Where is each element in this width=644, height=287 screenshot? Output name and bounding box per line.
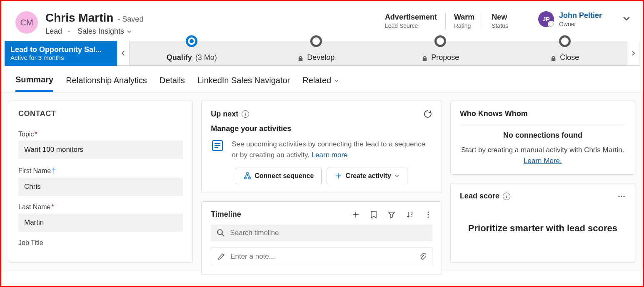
header-expand[interactable]	[609, 11, 631, 23]
tabs: Summary Relationship Analytics Details L…	[1, 66, 643, 92]
first-name-label: First Name†	[18, 166, 183, 175]
owner-block[interactable]: JP John Peltier Owner	[524, 11, 602, 27]
meta-rating[interactable]: Warm Rating	[445, 13, 483, 29]
chevron-down-icon	[127, 29, 132, 34]
bpf-prev-button[interactable]	[117, 41, 130, 66]
lock-icon: 🔒︎	[550, 55, 557, 62]
form-name: Sales Insights	[77, 27, 124, 36]
plus-icon	[334, 172, 342, 180]
learn-more-link[interactable]: Learn more	[312, 151, 348, 159]
svg-rect-5	[245, 177, 246, 179]
lock-icon: 🔒︎	[297, 55, 304, 62]
bookmark-button[interactable]	[370, 210, 377, 219]
add-button[interactable]	[352, 210, 360, 219]
business-process-flow: Lead to Opportunity Sal... Active for 3 …	[5, 41, 639, 66]
info-icon[interactable]: i	[503, 193, 510, 200]
meta-status[interactable]: New Status	[483, 13, 517, 29]
more-button[interactable]	[424, 210, 432, 219]
owner-label: Owner	[559, 21, 602, 27]
stage-propose[interactable]: 🔒︎ Propose	[378, 41, 503, 65]
note-input[interactable]	[230, 252, 414, 261]
svg-point-9	[427, 216, 429, 218]
hierarchy-icon	[244, 172, 251, 180]
bpf-info[interactable]: Lead to Opportunity Sal... Active for 3 …	[5, 41, 117, 66]
stage-develop[interactable]: 🔒︎ Develop	[254, 41, 379, 65]
plus-icon	[352, 210, 360, 219]
entity-type: Lead	[45, 27, 62, 36]
note-input-row[interactable]	[211, 247, 432, 266]
leadscore-title: Lead score i	[460, 192, 510, 200]
info-icon[interactable]: i	[242, 110, 249, 118]
more-vertical-icon	[424, 210, 432, 219]
search-icon	[217, 229, 225, 237]
more-button[interactable]	[617, 192, 626, 200]
wkw-header: Who Knows Whom	[460, 109, 626, 118]
field-last-name: Last Name*	[18, 203, 183, 232]
wkw-learn-more-link[interactable]: Learn More.	[524, 157, 562, 165]
timeline-search-input[interactable]	[230, 229, 427, 237]
tab-related[interactable]: Related	[302, 75, 339, 92]
tab-linkedin[interactable]: LinkedIn Sales Navigator	[197, 75, 290, 92]
contact-section-title: CONTACT	[18, 109, 183, 118]
field-first-name: First Name†	[18, 166, 183, 196]
wkw-text: Start by creating a manual activity with…	[460, 145, 626, 166]
stage-circle	[434, 35, 446, 47]
stage-circle	[310, 35, 322, 47]
last-name-label: Last Name*	[18, 203, 183, 211]
tab-relationship-analytics[interactable]: Relationship Analytics	[66, 75, 147, 92]
chevron-right-icon	[630, 50, 636, 56]
chevron-down-icon	[622, 14, 631, 23]
more-horizontal-icon	[617, 192, 626, 200]
refresh-icon	[423, 109, 432, 119]
leadscore-card: Lead score i Prioritize smarter with lea…	[450, 183, 635, 263]
lock-icon: 🔒︎	[422, 55, 428, 62]
form-selector[interactable]: Sales Insights	[68, 27, 132, 36]
first-name-input[interactable]	[18, 178, 183, 196]
create-activity-button[interactable]: Create activity	[327, 168, 407, 184]
field-topic: Topic*	[18, 131, 183, 159]
stage-circle-active	[186, 35, 197, 47]
topic-label: Topic*	[18, 131, 183, 138]
filter-button[interactable]	[387, 210, 396, 219]
lead-avatar[interactable]: CM	[15, 11, 38, 34]
contact-card: CONTACT Topic* First Name† Last Name* Jo…	[9, 101, 193, 263]
bpf-stages: Qualify (3 Mo) 🔒︎ Develop 🔒︎ Propose 🔒︎ …	[130, 41, 627, 66]
sequence-icon	[211, 139, 224, 152]
upnext-title: Up next i	[211, 110, 249, 119]
last-name-input[interactable]	[18, 213, 183, 232]
svg-rect-6	[249, 177, 250, 179]
refresh-button[interactable]	[423, 109, 432, 119]
svg-point-14	[623, 195, 624, 197]
timeline-search[interactable]	[211, 225, 432, 241]
title-block: Chris Martin - Saved Lead Sales Insights	[45, 11, 377, 36]
svg-rect-4	[247, 173, 248, 174]
stage-qualify[interactable]: Qualify (3 Mo)	[130, 41, 254, 65]
whoknowswhom-card: Who Knows Whom No connections found Star…	[450, 101, 635, 175]
timeline-title: Timeline	[211, 210, 241, 219]
svg-point-12	[618, 195, 619, 197]
topic-input[interactable]	[18, 141, 183, 159]
meta-lead-source[interactable]: Advertisement Lead Source	[385, 13, 445, 29]
attachment-icon[interactable]	[419, 252, 426, 261]
header-meta: Advertisement Lead Source Warm Rating Ne…	[385, 11, 517, 29]
svg-point-7	[427, 211, 429, 213]
bpf-next-button[interactable]	[627, 41, 639, 66]
record-header: CM Chris Martin - Saved Lead Sales Insig…	[1, 1, 643, 41]
connect-sequence-button[interactable]: Connect sequence	[236, 168, 322, 184]
pencil-icon	[217, 252, 225, 261]
sort-button[interactable]	[406, 210, 414, 219]
tab-details[interactable]: Details	[160, 75, 185, 92]
sort-icon	[406, 210, 414, 219]
stage-circle	[559, 35, 571, 47]
chevron-left-icon	[120, 50, 126, 56]
leadscore-body-title: Prioritize smarter with lead scores	[460, 223, 626, 234]
owner-name[interactable]: John Peltier	[559, 11, 602, 20]
stage-close[interactable]: 🔒︎ Close	[503, 41, 627, 65]
tab-summary[interactable]: Summary	[15, 75, 53, 92]
upnext-text: See upcoming activities by connecting th…	[232, 139, 432, 160]
saved-indicator: - Saved	[117, 15, 143, 24]
bookmark-icon	[370, 210, 377, 219]
owner-avatar: JP	[538, 11, 554, 27]
wkw-none-title: No connections found	[460, 131, 626, 140]
svg-point-10	[217, 230, 222, 235]
